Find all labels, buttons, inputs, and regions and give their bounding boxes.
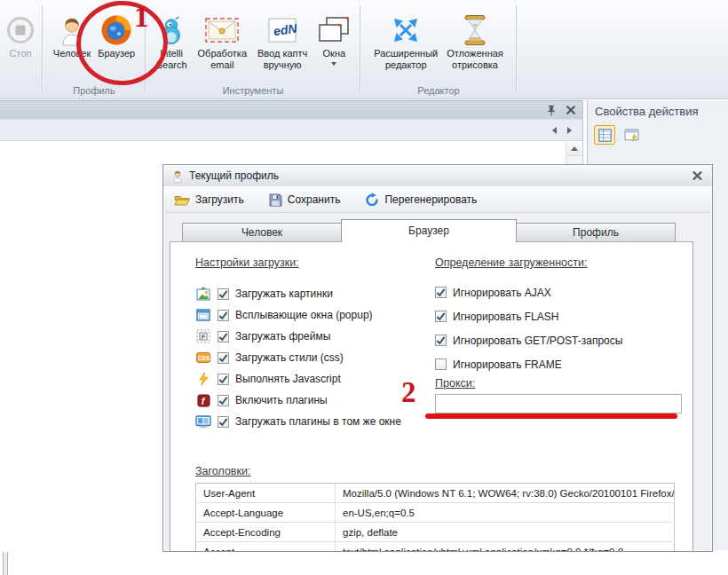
manual-captcha-button[interactable]: edN Ввод каптч вручную	[255, 12, 310, 71]
enable-plugins-checkbox[interactable]	[218, 395, 229, 406]
intelli-search-label-line1: Intelli	[160, 48, 183, 59]
person-label: Человек	[53, 48, 91, 59]
ribbon-group-label-profile: Профиль	[44, 85, 144, 96]
tab-browser[interactable]: Браузер	[341, 219, 517, 242]
windows-icon	[318, 12, 350, 48]
load-button-label: Загрузить	[195, 193, 244, 206]
intelli-search-label-line2: Search	[156, 59, 187, 71]
folder-open-icon	[174, 193, 190, 206]
frame-icon: F	[195, 329, 211, 344]
svg-text:CSS: CSS	[198, 355, 210, 361]
windows-button[interactable]: Окна	[315, 12, 352, 66]
table-row[interactable]: Accept-Encoding gzip, deflate	[196, 523, 675, 542]
floppy-disk-icon	[269, 193, 282, 207]
table-row[interactable]: Accept text/html,application/xhtml+xml,a…	[196, 542, 675, 553]
popup-checkbox[interactable]	[218, 310, 229, 321]
javascript-checkbox[interactable]	[218, 374, 229, 385]
dialog-titlebar[interactable]: Текущий профиль	[163, 165, 712, 186]
properties-grid-icon[interactable]	[594, 125, 615, 145]
ignore-frame-checkbox[interactable]	[435, 358, 447, 370]
intelli-search-button[interactable]: Intelli Search	[154, 12, 190, 71]
scroll-up-button[interactable]	[566, 141, 582, 156]
ribbon-group-tools: Intelli Search Обработка email edN Ввод …	[147, 0, 359, 98]
hourglass-icon	[463, 12, 487, 48]
header-value-cell: gzip, deflate	[336, 523, 675, 542]
nav-back-icon[interactable]	[552, 127, 557, 134]
chevron-down-icon	[331, 62, 336, 66]
load-frames-checkbox[interactable]	[218, 331, 229, 343]
ignore-flash-checkbox[interactable]	[435, 311, 447, 322]
dialog-tabs: Человек Браузер Профиль	[182, 218, 712, 241]
save-button[interactable]: Сохранить	[269, 193, 341, 207]
headers-table[interactable]: User-Agent Mozilla/5.0 (Windows NT 6.1; …	[195, 483, 675, 552]
load-frames-row: F Загружать фреймы	[195, 326, 401, 347]
expand-arrows-icon	[391, 12, 421, 48]
email-label-line1: Обработка	[198, 48, 247, 59]
ignore-frame-row: Игнорировать FRAME	[435, 352, 622, 376]
load-button[interactable]: Загрузить	[174, 193, 244, 206]
header-name-cell: Accept-Language	[196, 503, 336, 523]
firefox-icon	[100, 12, 132, 48]
header-name-cell: Accept	[196, 542, 336, 553]
ignore-flash-row: Игнорировать FLASH	[435, 304, 622, 328]
css-icon: CSS	[195, 351, 211, 366]
load-css-row: CSS Загружать стили (css)	[195, 347, 401, 368]
deferred-render-button[interactable]: Отложенная отрисовка	[444, 12, 506, 71]
checkbox-label: Всплывающие окна (popup)	[235, 309, 373, 321]
tab-person[interactable]: Человек	[182, 223, 342, 241]
workspace-nav-strip	[0, 120, 582, 141]
captcha-icon: edN	[267, 12, 297, 48]
checkbox-label: Загружать картинки	[235, 288, 333, 300]
ribbon-separator	[42, 5, 44, 91]
browser-button[interactable]: Браузер	[95, 12, 138, 59]
advanced-editor-button[interactable]: Расширенный редактор	[371, 12, 440, 71]
action-window-icon[interactable]	[621, 125, 642, 145]
load-images-row: Загружать картинки	[195, 283, 401, 304]
plugins-same-window-row: Загружать плагины в том же окне	[195, 411, 401, 432]
person-button[interactable]: Человек	[51, 12, 93, 59]
flash-icon: f	[195, 393, 211, 408]
plugin-icon	[195, 414, 211, 429]
nav-forward-icon[interactable]	[567, 127, 572, 134]
advanced-editor-label-line2: редактор	[385, 59, 427, 71]
refresh-icon	[365, 193, 379, 207]
window-edge-fragment	[3, 552, 8, 575]
email-icon	[205, 12, 239, 48]
save-button-label: Сохранить	[288, 193, 341, 206]
plugins-row: f Включить плагины	[195, 390, 401, 411]
email-processing-button[interactable]: Обработка email	[195, 12, 249, 71]
advanced-editor-label-line1: Расширенный	[374, 48, 438, 59]
table-row[interactable]: Accept-Language en-US,en;q=0.5	[196, 503, 675, 523]
regenerate-button[interactable]: Перегенерировать	[365, 193, 477, 207]
ignore-ajax-checkbox[interactable]	[435, 287, 447, 298]
header-name-cell: User-Agent	[196, 484, 336, 503]
ribbon-separator	[516, 5, 518, 91]
load-css-checkbox[interactable]	[218, 352, 229, 364]
checkbox-label: Игнорировать FLASH	[453, 311, 558, 323]
plugins-same-window-checkbox[interactable]	[218, 416, 229, 428]
triangle-up-icon	[571, 146, 578, 151]
dialog-close-icon[interactable]	[690, 169, 704, 182]
header-value-cell: text/html,application/xhtml+xml,applicat…	[336, 542, 675, 553]
tab-profile[interactable]: Профиль	[516, 223, 676, 241]
ribbon-separator	[360, 5, 361, 91]
ignore-getpost-checkbox[interactable]	[435, 335, 447, 346]
pin-icon[interactable]	[547, 105, 556, 116]
popup-icon	[195, 308, 211, 323]
load-images-checkbox[interactable]	[218, 288, 229, 300]
browser-tab-content: Настройки загрузки: Загружать картинки В…	[170, 241, 693, 552]
headers-title: Заголовки:	[195, 465, 250, 477]
table-row[interactable]: User-Agent Mozilla/5.0 (Windows NT 6.1; …	[196, 484, 675, 503]
ribbon-group-profile: Человек Браузер Профиль	[44, 0, 144, 98]
deferred-render-label-line2: отрисовка	[452, 59, 498, 71]
stop-button[interactable]: Стоп	[4, 12, 37, 59]
stop-label: Стоп	[10, 48, 32, 59]
close-icon[interactable]	[566, 106, 575, 114]
header-name-cell: Accept-Encoding	[196, 523, 336, 542]
captcha-label-line2: вручную	[264, 59, 302, 71]
header-value-cell: Mozilla/5.0 (Windows NT 6.1; WOW64; rv:3…	[336, 484, 675, 503]
workspace-panel-header	[0, 100, 582, 120]
proxy-input[interactable]	[435, 394, 682, 414]
ignore-ajax-row: Игнорировать AJAX	[435, 280, 622, 304]
ribbon-group-stop: Стоп	[0, 0, 41, 98]
